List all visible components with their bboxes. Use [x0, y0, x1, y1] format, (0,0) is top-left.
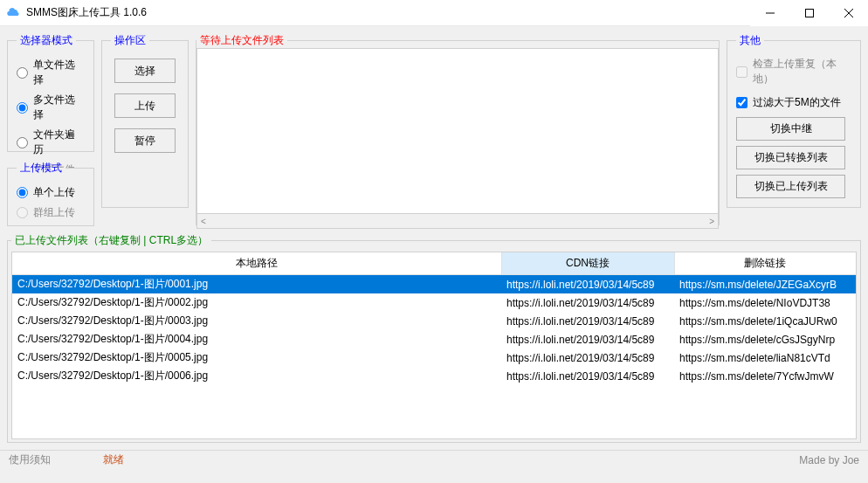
select-button[interactable]: 选择 — [114, 59, 176, 83]
upload-mode-group: 上传模式 单个上传群组上传 — [7, 161, 94, 226]
uploaded-table-wrap: 本地路径 CDN链接 删除链接 C:/Users/32792/Desktop/1… — [11, 252, 857, 439]
pending-list-group: 等待上传文件列表 <> — [196, 33, 720, 225]
table-row[interactable]: C:/Users/32792/Desktop/1-图片/0005.jpghttp… — [12, 348, 856, 367]
window-controls — [750, 0, 868, 26]
uploaded-table[interactable]: 本地路径 CDN链接 删除链接 C:/Users/32792/Desktop/1… — [12, 252, 856, 385]
pending-listbox[interactable] — [196, 48, 719, 214]
selector-label-2: 文件夹遍历 — [33, 128, 85, 157]
cell-cdn: https://i.loli.net/2019/03/14/5c89 — [501, 330, 674, 348]
cell-cdn: https://i.loli.net/2019/03/14/5c89 — [501, 348, 674, 367]
cell-del: https://sm.ms/delete/NIoVDJT38 — [674, 293, 856, 312]
cell-cdn: https://i.loli.net/2019/03/14/5c89 — [501, 367, 674, 385]
switch-converted-button[interactable]: 切换已转换列表 — [736, 146, 845, 169]
titlebar: SMMS图床上传工具 1.0.6 — [0, 0, 868, 26]
cell-del: https://sm.ms/delete/cGsJSgyNrp — [674, 330, 856, 348]
status-ready: 就绪 — [103, 452, 124, 467]
cell-cdn: https://i.loli.net/2019/03/14/5c89 — [501, 275, 674, 294]
cell-del: https://sm.ms/delete/JZEGaXcyrB — [674, 275, 856, 294]
filter-5m-row[interactable]: 过滤大于5M的文件 — [736, 93, 851, 112]
window-title: SMMS图床上传工具 1.0.6 — [26, 5, 750, 20]
selector-mode-legend: 选择器模式 — [17, 33, 76, 48]
pending-list-legend: 等待上传文件列表 — [196, 33, 287, 48]
cell-cdn: https://i.loli.net/2019/03/14/5c89 — [501, 293, 674, 312]
selector-option-1[interactable]: 多文件选择 — [17, 90, 85, 125]
upload-option-1: 群组上传 — [17, 203, 85, 223]
check-duplicate-row: 检查上传重复（本地） — [736, 55, 851, 88]
maximize-button[interactable] — [789, 0, 829, 26]
selector-label-1: 多文件选择 — [33, 93, 85, 122]
selector-option-0[interactable]: 单文件选择 — [17, 55, 85, 90]
status-author: Made by Joe — [799, 454, 859, 466]
upload-label-0: 单个上传 — [33, 185, 75, 200]
cell-del: https://sm.ms/delete/liaN81cVTd — [674, 348, 856, 367]
minimize-button[interactable] — [750, 0, 789, 26]
selector-mode-group: 选择器模式 单文件选择多文件选择文件夹遍历单层文件夹 — [7, 33, 94, 152]
col-del[interactable]: 删除链接 — [674, 252, 856, 275]
col-cdn[interactable]: CDN链接 — [501, 252, 674, 275]
pause-button[interactable]: 暂停 — [114, 128, 176, 153]
upload-radio-1 — [17, 207, 28, 218]
upload-option-0[interactable]: 单个上传 — [17, 183, 85, 203]
table-row[interactable]: C:/Users/32792/Desktop/1-图片/0001.jpghttp… — [12, 275, 856, 294]
selector-option-2[interactable]: 文件夹遍历 — [17, 125, 85, 160]
upload-mode-legend: 上传模式 — [17, 161, 65, 176]
status-help[interactable]: 使用须知 — [9, 452, 51, 467]
selector-radio-1[interactable] — [17, 102, 28, 114]
svg-rect-1 — [805, 9, 813, 17]
statusbar: 使用须知 就绪 Made by Joe — [0, 450, 868, 469]
cell-del: https://sm.ms/delete/1iQcaJURw0 — [674, 312, 856, 330]
action-area-group: 操作区 选择 上传 暂停 — [101, 33, 189, 208]
switch-uploaded-button[interactable]: 切换已上传列表 — [736, 175, 845, 198]
switch-relay-button[interactable]: 切换中继 — [736, 117, 845, 141]
filter-5m-checkbox[interactable] — [736, 97, 747, 108]
table-row[interactable]: C:/Users/32792/Desktop/1-图片/0003.jpghttp… — [12, 312, 856, 330]
check-duplicate-label: 检查上传重复（本地） — [753, 57, 851, 86]
check-duplicate-checkbox — [736, 66, 747, 78]
upload-label-1: 群组上传 — [33, 205, 75, 220]
other-group: 其他 检查上传重复（本地） 过滤大于5M的文件 切换中继 切换已转换列表 切换已… — [727, 33, 861, 208]
cell-path: C:/Users/32792/Desktop/1-图片/0002.jpg — [12, 293, 501, 312]
cell-path: C:/Users/32792/Desktop/1-图片/0005.jpg — [12, 348, 501, 367]
uploaded-list-legend: 已上传文件列表（右键复制 | CTRL多选） — [11, 233, 211, 248]
selector-radio-2[interactable] — [17, 137, 28, 148]
cell-path: C:/Users/32792/Desktop/1-图片/0003.jpg — [12, 312, 501, 330]
selector-label-0: 单文件选择 — [33, 58, 85, 87]
close-button[interactable] — [829, 0, 868, 26]
upload-button[interactable]: 上传 — [114, 93, 176, 118]
filter-5m-label: 过滤大于5M的文件 — [753, 95, 841, 110]
cell-path: C:/Users/32792/Desktop/1-图片/0001.jpg — [12, 275, 501, 294]
cell-del: https://sm.ms/delete/7YcfwJmvW — [674, 367, 856, 385]
cell-path: C:/Users/32792/Desktop/1-图片/0006.jpg — [12, 367, 501, 385]
table-row[interactable]: C:/Users/32792/Desktop/1-图片/0006.jpghttp… — [12, 367, 856, 385]
col-path[interactable]: 本地路径 — [12, 252, 501, 275]
pending-scrollbar[interactable]: <> — [196, 214, 719, 229]
action-area-legend: 操作区 — [111, 33, 149, 48]
table-row[interactable]: C:/Users/32792/Desktop/1-图片/0002.jpghttp… — [12, 293, 856, 312]
uploaded-list-group: 已上传文件列表（右键复制 | CTRL多选） 本地路径 CDN链接 删除链接 C… — [7, 233, 861, 443]
app-icon — [7, 6, 21, 20]
cell-cdn: https://i.loli.net/2019/03/14/5c89 — [501, 312, 674, 330]
table-row[interactable]: C:/Users/32792/Desktop/1-图片/0004.jpghttp… — [12, 330, 856, 348]
other-legend: 其他 — [736, 33, 764, 48]
upload-radio-0[interactable] — [17, 187, 28, 198]
cell-path: C:/Users/32792/Desktop/1-图片/0004.jpg — [12, 330, 501, 348]
selector-radio-0[interactable] — [17, 67, 28, 79]
